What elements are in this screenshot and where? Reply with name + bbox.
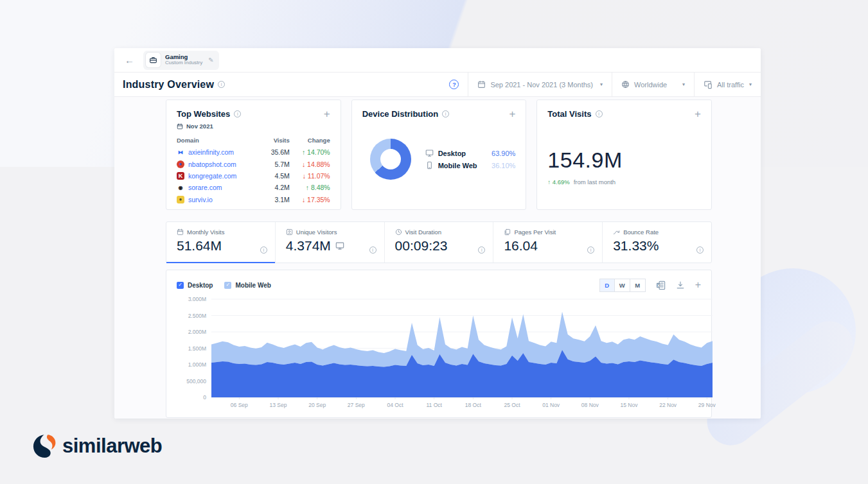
help-icon[interactable]: ? xyxy=(449,80,459,89)
table-row: ●nbatopshot.com5.7M↓ 14.88% xyxy=(177,158,330,169)
checkbox-checked-icon: ✓ xyxy=(224,282,231,289)
industry-type: Custom Industry xyxy=(165,60,202,66)
metric-tab-unique-visitors[interactable]: Unique Visitors 4.374M i xyxy=(275,222,384,263)
info-icon[interactable]: i xyxy=(478,246,485,254)
add-to-dashboard-button[interactable]: + xyxy=(509,108,515,119)
metrics-row: Monthly Visits 51.64M i Unique Visitors … xyxy=(166,221,712,263)
granularity-month-button[interactable]: M xyxy=(630,279,646,292)
add-to-dashboard-button[interactable]: + xyxy=(695,279,701,291)
change-value: ↓ 14.88% xyxy=(290,158,330,169)
visits-value: 5.7M xyxy=(263,158,290,169)
traffic-dropdown[interactable]: All traffic ▾ xyxy=(694,73,761,96)
content-area: Top Websites i + Nov 2021 Domain Visits xyxy=(114,97,761,419)
metric-value: 00:09:23 xyxy=(395,238,484,254)
mobile-icon xyxy=(425,161,434,169)
svg-text:06 Sep: 06 Sep xyxy=(231,402,248,408)
device-distribution-card: Device Distribution i + Desktop 63.90% xyxy=(351,99,527,210)
similarweb-logo: similarweb xyxy=(32,434,162,458)
metric-value: 31.33% xyxy=(613,238,702,254)
briefcase-icon xyxy=(146,53,161,67)
traffic-value: All traffic xyxy=(717,81,744,89)
page-header: Industry Overview i ? Sep 2021 - Nov 202… xyxy=(114,73,761,97)
visits-area-chart: 0500,0001.000M1.500M2.000M2.500M3.000M06… xyxy=(177,293,720,413)
legend-value-mobile: 36.10% xyxy=(492,162,515,169)
domain-link[interactable]: ◉sorare.com xyxy=(177,184,263,191)
similarweb-logo-text: similarweb xyxy=(62,435,162,458)
info-icon[interactable]: i xyxy=(260,246,267,254)
info-icon[interactable]: i xyxy=(234,110,241,117)
toggle-label: Desktop xyxy=(188,282,213,289)
calendar-icon xyxy=(177,123,183,130)
total-visits-change: ↑ 4.69% xyxy=(547,178,569,186)
site-favicon-icon: K xyxy=(177,172,184,180)
column-header-visits: Visits xyxy=(263,135,290,146)
svg-text:1.000M: 1.000M xyxy=(188,361,206,368)
granularity-day-button[interactable]: D xyxy=(599,279,615,292)
site-favicon-icon: ● xyxy=(177,196,184,203)
metric-tab-pages-per-visit[interactable]: Pages Per Visit 16.04 i xyxy=(493,222,602,263)
toggle-mobile-series[interactable]: ✓ Mobile Web xyxy=(224,282,270,289)
metric-tab-bounce-rate[interactable]: Bounce Rate 31.33% i xyxy=(602,222,711,263)
site-favicon-icon: ● xyxy=(177,160,184,168)
industry-chip[interactable]: Gaming Custom Industry ✎ xyxy=(143,51,219,70)
legend-value-desktop: 63.90% xyxy=(492,150,515,157)
toggle-desktop-series[interactable]: ✓ Desktop xyxy=(177,282,213,289)
table-row: Kkongregate.com4.5M↓ 11.07% xyxy=(177,170,330,182)
info-icon[interactable]: i xyxy=(369,246,376,254)
info-icon[interactable]: i xyxy=(218,81,225,88)
metric-label: Pages Per Visit xyxy=(514,229,556,236)
site-favicon-icon: ⧓ xyxy=(177,148,184,156)
svg-text:04 Oct: 04 Oct xyxy=(387,402,403,408)
edit-pencil-icon[interactable]: ✎ xyxy=(208,56,213,64)
visits-chart-card: ✓ Desktop ✓ Mobile Web D W M X xyxy=(166,270,712,418)
svg-text:25 Oct: 25 Oct xyxy=(504,402,520,408)
svg-text:2.500M: 2.500M xyxy=(188,313,206,319)
info-icon[interactable]: i xyxy=(587,246,594,254)
domain-label: nbatopshot.com xyxy=(188,160,236,168)
granularity-week-button[interactable]: W xyxy=(615,279,630,292)
back-arrow-icon[interactable]: ← xyxy=(125,55,134,65)
devices-icon xyxy=(704,80,713,89)
domain-label: sorare.com xyxy=(188,184,222,191)
change-value: ↓ 17.35% xyxy=(290,194,330,205)
download-icon[interactable] xyxy=(676,281,685,290)
table-row: ●surviv.io3.1M↓ 17.35% xyxy=(177,194,330,205)
pages-icon xyxy=(504,229,511,236)
excel-export-icon[interactable]: X xyxy=(656,281,666,290)
svg-text:13 Sep: 13 Sep xyxy=(270,402,287,408)
column-header-domain: Domain xyxy=(177,135,263,146)
change-value: ↑ 14.70% xyxy=(290,146,330,158)
domain-link[interactable]: Kkongregate.com xyxy=(177,172,263,180)
clock-icon xyxy=(395,229,402,236)
svg-text:27 Sep: 27 Sep xyxy=(348,402,365,408)
metric-value: 51.64M xyxy=(177,238,266,254)
visits-value: 4.5M xyxy=(263,170,290,182)
svg-text:18 Oct: 18 Oct xyxy=(465,402,482,408)
change-value: ↓ 11.07% xyxy=(290,170,330,182)
metric-tab-monthly-visits[interactable]: Monthly Visits 51.64M i xyxy=(166,222,275,263)
svg-text:08 Nov: 08 Nov xyxy=(581,402,599,408)
column-header-change: Change xyxy=(290,135,330,146)
add-to-dashboard-button[interactable]: + xyxy=(324,108,330,119)
domain-link[interactable]: ●nbatopshot.com xyxy=(177,160,263,168)
add-to-dashboard-button[interactable]: + xyxy=(695,108,701,119)
device-donut-chart xyxy=(370,139,411,180)
domain-link[interactable]: ●surviv.io xyxy=(177,196,263,203)
info-icon[interactable]: i xyxy=(596,110,603,117)
date-range-dropdown[interactable]: Sep 2021 - Nov 2021 (3 Months) ▾ xyxy=(468,73,612,96)
info-icon[interactable]: i xyxy=(442,110,449,117)
metric-tab-visit-duration[interactable]: Visit Duration 00:09:23 i xyxy=(384,222,493,263)
metric-label: Bounce Rate xyxy=(623,229,659,236)
card-title: Device Distribution xyxy=(362,109,438,119)
info-icon[interactable]: i xyxy=(696,246,704,254)
visits-value: 4.2M xyxy=(263,182,290,193)
legend-label-desktop: Desktop xyxy=(438,150,466,157)
region-dropdown[interactable]: Worldwide ▾ xyxy=(612,73,694,96)
metric-label: Visit Duration xyxy=(405,229,441,236)
metric-value: 16.04 xyxy=(504,238,593,254)
bounce-icon xyxy=(613,229,620,236)
table-row: ◉sorare.com4.2M↑ 8.48% xyxy=(177,182,330,193)
visitors-icon xyxy=(286,229,293,236)
similarweb-logo-icon xyxy=(32,434,57,458)
domain-link[interactable]: ⧓axieinfinity.com xyxy=(177,148,263,156)
